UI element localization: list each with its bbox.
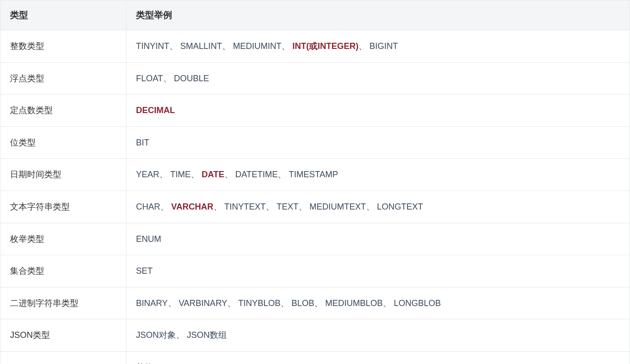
table-row: 整数类型TINYINT、 SMALLINT、 MEDIUMINT、 INT(或I… (0, 30, 630, 63)
type-cell: 日期时间类型 (0, 159, 126, 191)
table-row: 定点数类型DECIMAL (0, 95, 630, 127)
example-cell: ENUM (126, 223, 630, 255)
example-cell: DECIMAL (126, 95, 630, 127)
example-cell: FLOAT、 DOUBLE (126, 62, 630, 95)
table-row: 日期时间类型YEAR、 TIME、 DATE、 DATETIME、 TIMEST… (0, 159, 630, 191)
header-type: 类型 (0, 0, 126, 30)
example-cell: BIT (126, 126, 630, 159)
text-segment: JSON对象、 JSON数组 (136, 330, 227, 340)
text-segment: DECIMAL (136, 105, 175, 115)
type-cell: 集合类型 (0, 255, 126, 287)
text-segment: SET (136, 266, 153, 276)
table-row: 浮点类型FLOAT、 DOUBLE (0, 62, 630, 95)
type-cell: 空间数据类型 (0, 351, 126, 364)
example-cell: BINARY、 VARBINARY、 TINYBLOB、 BLOB、 MEDIU… (126, 287, 630, 319)
text-segment: YEAR、 TIME、 (136, 170, 202, 179)
text-segment: FLOAT、 DOUBLE (136, 74, 209, 83)
text-segment: BINARY、 VARBINARY、 TINYBLOB、 BLOB、 MEDIU… (136, 298, 441, 308)
example-cell: 单值：GEOMETRY、 POINT、 LINESTRING、 POLYGON；… (126, 351, 630, 364)
table-header-row: 类型 类型举例 (0, 0, 630, 30)
table-row: 二进制字符串类型BINARY、 VARBINARY、 TINYBLOB、 BLO… (0, 287, 630, 319)
table-row: 文本字符串类型CHAR、 VARCHAR、 TINYTEXT、 TEXT、 ME… (0, 191, 630, 223)
table-row: 集合类型SET (0, 255, 630, 287)
text-segment: CHAR、 (136, 202, 171, 211)
type-cell: 文本字符串类型 (0, 191, 126, 223)
text-segment: TINYINT、 SMALLINT、 MEDIUMINT、 (136, 41, 292, 51)
type-cell: 浮点类型 (0, 62, 126, 95)
type-cell: 定点数类型 (0, 95, 126, 127)
type-cell: 整数类型 (0, 30, 126, 63)
example-cell: SET (126, 255, 630, 287)
type-cell: JSON类型 (0, 319, 126, 352)
text-segment: 、 TINYTEXT、 TEXT、 MEDIUMTEXT、 LONGTEXT (213, 202, 423, 211)
text-segment: DATE (202, 170, 224, 179)
example-cell: JSON对象、 JSON数组 (126, 319, 630, 352)
text-segment: BIT (136, 138, 149, 147)
example-cell: TINYINT、 SMALLINT、 MEDIUMINT、 INT(或INTEG… (126, 30, 630, 63)
header-example: 类型举例 (126, 0, 630, 30)
type-cell: 枚举类型 (0, 223, 126, 255)
data-types-table: 类型 类型举例 整数类型TINYINT、 SMALLINT、 MEDIUMINT… (0, 0, 630, 364)
table-row: 位类型BIT (0, 126, 630, 159)
type-cell: 二进制字符串类型 (0, 287, 126, 319)
table-row: 空间数据类型单值：GEOMETRY、 POINT、 LINESTRING、 PO… (0, 351, 630, 364)
text-segment: VARCHAR (171, 202, 213, 211)
example-cell: CHAR、 VARCHAR、 TINYTEXT、 TEXT、 MEDIUMTEX… (126, 191, 630, 223)
text-segment: 、 BIGINT (359, 41, 398, 51)
type-cell: 位类型 (0, 126, 126, 159)
table-row: 枚举类型ENUM (0, 223, 630, 255)
example-cell: YEAR、 TIME、 DATE、 DATETIME、 TIMESTAMP (126, 159, 630, 191)
text-segment: ENUM (136, 234, 161, 244)
text-segment: 、 DATETIME、 TIMESTAMP (224, 170, 338, 179)
text-segment: INT(或INTEGER) (292, 41, 359, 51)
table-row: JSON类型JSON对象、 JSON数组 (0, 319, 630, 352)
